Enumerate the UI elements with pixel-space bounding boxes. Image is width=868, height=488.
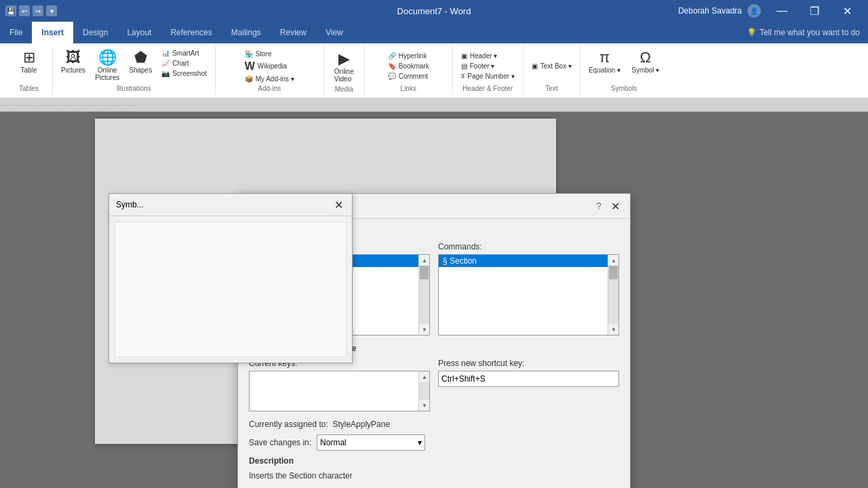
symbol-label: Symbol ▾	[631, 66, 659, 74]
minimize-button[interactable]: —	[766, 0, 797, 22]
command-section[interactable]: § Section	[439, 255, 608, 267]
pictures-label: Pictures	[61, 66, 85, 74]
close-button[interactable]: ✕	[831, 0, 863, 22]
dialog-help-button[interactable]: ?	[592, 199, 606, 213]
header-icon: ▣	[461, 52, 467, 60]
commands-col: Commands: § Section ▲ ▼	[438, 242, 619, 336]
symbol-panel-close-button[interactable]: ✕	[332, 198, 345, 211]
store-icon: 🏪	[245, 50, 253, 58]
bookmark-button[interactable]: 🔖 Bookmark	[385, 62, 432, 70]
current-keys-scroll-down[interactable]: ▼	[419, 400, 430, 411]
save-icon[interactable]: 💾	[5, 5, 16, 16]
categories-scroll-up[interactable]: ▲	[419, 255, 430, 266]
online-pictures-button[interactable]: 🌐 OnlinePictures	[92, 49, 122, 83]
quick-access-toolbar: 💾 ↩ ↪ ▾	[5, 5, 57, 16]
footer-label: Footer ▾	[470, 62, 495, 70]
online-video-button[interactable]: ▶ OnlineVideo	[330, 49, 357, 84]
my-addins-button[interactable]: 📦 My Add-ins ▾	[242, 75, 297, 83]
tell-me-label: Tell me what you want to do	[760, 28, 860, 37]
ribbon-group-tables: ⊞ Table Tables	[5, 46, 53, 95]
current-keys-listbox[interactable]: ▲ ▼	[249, 371, 430, 411]
symbols-items: π Equation ▾ Ω Symbol ▾	[586, 49, 662, 83]
table-button[interactable]: ⊞ Table	[16, 49, 43, 75]
online-pictures-label: OnlinePictures	[95, 66, 119, 81]
tab-design[interactable]: Design	[73, 22, 117, 43]
save-changes-select[interactable]: Normal ▾	[317, 434, 425, 451]
page-number-label: Page Number ▾	[467, 73, 514, 80]
smartart-icon: 📊	[161, 49, 170, 57]
table-label: Table	[21, 66, 37, 74]
page-number-button[interactable]: # Page Number ▾	[458, 72, 517, 81]
customize-icon[interactable]: ▾	[46, 5, 57, 16]
commands-scroll-down[interactable]: ▼	[608, 324, 619, 335]
shortcut-key-input[interactable]	[438, 371, 619, 387]
comment-button[interactable]: 💬 Comment	[385, 72, 431, 81]
illustrations-items: 🖼 Pictures 🌐 OnlinePictures ⬟ Shapes 📊 S…	[58, 49, 210, 83]
bookmark-label: Bookmark	[399, 62, 429, 70]
chart-label: Chart	[172, 60, 189, 67]
document-area: · · · · · · · · · · · · · · · · · · · · …	[0, 98, 868, 488]
commands-scroll-track[interactable]	[608, 266, 618, 324]
title-bar-left: 💾 ↩ ↪ ▾	[5, 5, 57, 16]
commands-scroll-up[interactable]: ▲	[608, 255, 619, 266]
equation-button[interactable]: π Equation ▾	[586, 49, 623, 75]
store-button[interactable]: 🏪 Store	[242, 49, 275, 58]
symbol-dialog-titlebar: Symb... ✕	[109, 194, 352, 216]
categories-scrollbar[interactable]: ▲ ▼	[418, 255, 429, 335]
chart-icon: 📈	[161, 60, 170, 67]
symbol-button[interactable]: Ω Symbol ▾	[629, 49, 662, 75]
tab-file[interactable]: File	[0, 22, 32, 43]
header-footer-items: ▣ Header ▾ ▤ Footer ▾ # Page Number ▾	[458, 49, 517, 83]
smartart-label: SmartArt	[172, 49, 199, 57]
shapes-button[interactable]: ⬟ Shapes	[126, 49, 155, 75]
title-bar-right: Deborah Savadra 👤 — ❐ ✕	[678, 0, 863, 22]
tell-me-box[interactable]: 💡 Tell me what you want to do	[738, 22, 868, 43]
symbol-panel: Symb... ✕	[108, 193, 353, 363]
commands-scroll-thumb	[609, 266, 618, 279]
tab-mailings[interactable]: Mailings	[222, 22, 271, 43]
header-button[interactable]: ▣ Header ▾	[458, 52, 500, 60]
dialog-close-x-button[interactable]: ✕	[608, 199, 622, 213]
footer-button[interactable]: ▤ Footer ▾	[458, 62, 498, 70]
hyperlink-icon: 🔗	[388, 52, 396, 60]
links-items: 🔗 Hyperlink 🔖 Bookmark 💬 Comment	[385, 49, 432, 83]
tab-view[interactable]: View	[316, 22, 353, 43]
screenshot-label: Screenshot	[172, 70, 207, 77]
chart-button[interactable]: 📈 Chart	[159, 59, 210, 68]
commands-scrollbar[interactable]: ▲ ▼	[608, 255, 618, 335]
redo-icon[interactable]: ↪	[33, 5, 43, 16]
description-section: Description Inserts the Section characte…	[249, 456, 619, 481]
textbox-icon: ▣	[532, 62, 538, 70]
symbol-panel-content	[109, 216, 352, 363]
store-label: Store	[256, 50, 272, 58]
wikipedia-icon: W	[245, 60, 255, 73]
restore-button[interactable]: ❐	[799, 0, 830, 22]
symbols-group-label: Symbols	[611, 83, 637, 92]
categories-scroll-down[interactable]: ▼	[419, 324, 430, 335]
symbol-icon: Ω	[640, 50, 651, 65]
smartart-button[interactable]: 📊 SmartArt	[159, 49, 210, 58]
screenshot-button[interactable]: 📷 Screenshot	[159, 69, 210, 78]
textbox-button[interactable]: ▣ Text Box ▾	[529, 62, 574, 70]
currently-assigned-row: Currently assigned to: StyleApplyPane	[249, 420, 619, 429]
currently-assigned-label: Currently assigned to:	[249, 420, 328, 429]
undo-icon[interactable]: ↩	[19, 5, 30, 16]
current-keys-scroll-up[interactable]: ▲	[419, 371, 430, 382]
commands-listbox[interactable]: § Section ▲ ▼	[438, 254, 619, 336]
shortcut-key-col: Press new shortcut key:	[438, 359, 619, 411]
tab-review[interactable]: Review	[271, 22, 316, 43]
current-keys-scroll-track[interactable]	[419, 382, 429, 400]
current-keys-scrollbar[interactable]: ▲ ▼	[418, 371, 429, 411]
tab-insert[interactable]: Insert	[32, 22, 73, 43]
pictures-icon: 🖼	[66, 50, 81, 65]
keyboard-row: Current keys: ▲ ▼ P	[249, 359, 619, 411]
hyperlink-button[interactable]: 🔗 Hyperlink	[385, 52, 430, 60]
ribbon-content: ⊞ Table Tables 🖼 Pictures 🌐 OnlinePictur…	[0, 43, 868, 98]
wikipedia-button[interactable]: W Wikipedia	[242, 60, 290, 73]
pictures-button[interactable]: 🖼 Pictures	[58, 49, 88, 75]
tab-references[interactable]: References	[161, 22, 221, 43]
text-group-label: Text	[545, 83, 557, 92]
tab-layout[interactable]: Layout	[117, 22, 161, 43]
categories-scroll-track[interactable]	[419, 266, 429, 324]
document-title: Document7 - Word	[397, 6, 471, 16]
